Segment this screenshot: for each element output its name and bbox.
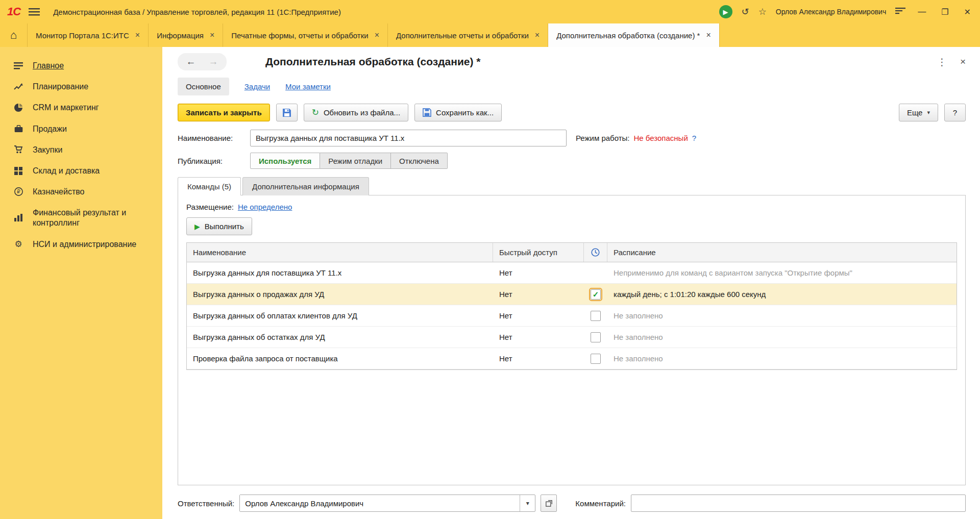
schedule-checkbox[interactable] xyxy=(591,311,601,321)
save-as-button[interactable]: Сохранить как... xyxy=(414,104,502,121)
comment-input[interactable] xyxy=(631,495,966,512)
publication-segmented-control: Используется Режим отладки Отключена xyxy=(250,153,448,169)
interface-settings-icon[interactable] xyxy=(895,8,905,16)
header-quick-access[interactable]: Быстрый доступ xyxy=(493,243,584,262)
tab-close-icon[interactable]: × xyxy=(375,31,379,40)
cell-schedule-checkbox xyxy=(584,354,607,364)
sidebar-item-sklad[interactable]: Склад и доставка xyxy=(0,160,162,181)
history-nav: ← → xyxy=(178,53,227,70)
more-button[interactable]: Еще ▾ xyxy=(899,104,938,121)
responsible-open-button[interactable] xyxy=(541,495,557,512)
publication-option-off[interactable]: Отключена xyxy=(391,153,448,169)
sidebar-item-glavnoe[interactable]: Главное xyxy=(0,55,162,76)
history-icon[interactable]: ↺ xyxy=(742,7,749,16)
help-button[interactable]: ? xyxy=(944,104,966,121)
form-footer: Ответственный: ▾ Комментарий: xyxy=(178,495,966,512)
cell-name: Выгрузка данных для поставщика УТ 11.x xyxy=(187,268,493,277)
form-close-icon[interactable]: × xyxy=(960,56,966,67)
update-from-file-label: Обновить из файла... xyxy=(324,108,400,117)
table-row[interactable]: Проверка файла запроса от поставщика Нет… xyxy=(187,348,957,369)
tab-zadachi[interactable]: Задачи xyxy=(244,82,270,91)
commands-table: Наименование Быстрый доступ Расписание В… xyxy=(186,242,957,370)
tab-dop-obrabotka-active[interactable]: Дополнительная обработка (создание) * × xyxy=(548,23,720,47)
main-list-icon xyxy=(12,62,24,69)
sidebar-item-nsi[interactable]: ⚙ НСИ и администрирование xyxy=(0,233,162,255)
mode-label: Режим работы: xyxy=(576,134,630,142)
header-schedule-toggle[interactable] xyxy=(584,243,607,262)
tab-close-icon[interactable]: × xyxy=(535,31,540,40)
header-schedule[interactable]: Расписание xyxy=(607,243,957,262)
back-button[interactable]: ← xyxy=(181,55,201,69)
main-menu-button[interactable] xyxy=(29,8,40,16)
run-button[interactable]: ▶ Выполнить xyxy=(186,217,252,235)
cell-quick-access: Нет xyxy=(493,290,584,299)
sidebar-item-label: CRM и маркетинг xyxy=(33,103,99,112)
home-tab[interactable]: ⌂ xyxy=(0,23,28,47)
sidebar-item-label: Закупки xyxy=(33,145,62,155)
publication-option-used[interactable]: Используется xyxy=(250,153,320,169)
schedule-checkbox[interactable] xyxy=(591,354,601,364)
comment-label: Комментарий: xyxy=(575,499,626,508)
table-row[interactable]: Выгрузка данных об оплатах клиентов для … xyxy=(187,305,957,327)
publication-option-debug[interactable]: Режим отладки xyxy=(320,153,391,169)
tab-close-icon[interactable]: × xyxy=(706,31,710,40)
sidebar-item-prodazhi[interactable]: Продажи xyxy=(0,118,162,139)
save-button[interactable] xyxy=(276,104,298,121)
favorites-star-icon[interactable]: ☆ xyxy=(758,7,767,16)
window-titlebar: 1С Демонстрационная база / Управление то… xyxy=(0,0,980,23)
cell-schedule-checkbox xyxy=(584,332,607,342)
sidebar-item-kaznachejstvo[interactable]: ₽ Казначейство xyxy=(0,181,162,202)
tab-moi-zametki[interactable]: Мои заметки xyxy=(285,82,331,91)
table-row-selected[interactable]: Выгрузка данных о продажах для УД Нет ✓ … xyxy=(187,284,957,305)
floppy-icon xyxy=(282,108,291,117)
tab-close-icon[interactable]: × xyxy=(135,31,140,40)
header-name[interactable]: Наименование xyxy=(187,243,493,262)
tab-monitor-portala[interactable]: Монитор Портала 1С:ИТС × xyxy=(28,23,149,47)
sidebar-item-crm[interactable]: CRM и маркетинг xyxy=(0,97,162,118)
tab-komandy[interactable]: Команды (5) xyxy=(178,177,241,195)
publication-label: Публикация: xyxy=(178,157,250,165)
current-user: Орлов Александр Владимирович xyxy=(776,8,886,16)
play-icon: ▶ xyxy=(194,223,200,231)
maximize-button[interactable]: ❐ xyxy=(938,7,951,17)
placement-link[interactable]: Не определено xyxy=(238,203,292,211)
sidebar-item-label: НСИ и администрирование xyxy=(33,239,136,249)
table-row[interactable]: Выгрузка данных об остатках для УД Нет Н… xyxy=(187,327,957,348)
mode-value: Не безопасный xyxy=(634,134,688,142)
tab-pechatnye-formy[interactable]: Печатные формы, отчеты и обработки × xyxy=(223,23,388,47)
name-label: Наименование: xyxy=(178,134,250,142)
tab-label: Информация xyxy=(157,31,204,40)
close-window-button[interactable]: ✕ xyxy=(961,7,974,17)
cell-quick-access: Нет xyxy=(493,354,584,363)
tab-dop-informacija[interactable]: Дополнительная информация xyxy=(242,177,369,195)
responsible-input[interactable] xyxy=(240,495,520,511)
responsible-dropdown-icon[interactable]: ▾ xyxy=(520,495,535,511)
page-title: Дополнительная обработка (создание) * xyxy=(265,56,480,68)
tab-dop-otchety[interactable]: Дополнительные отчеты и обработки × xyxy=(388,23,548,47)
sidebar-item-planirovanie[interactable]: Планирование xyxy=(0,76,162,97)
tab-osnovnoe[interactable]: Основное xyxy=(178,78,229,95)
cell-schedule-checkbox xyxy=(584,311,607,321)
mode-help-link[interactable]: ? xyxy=(692,134,696,142)
commands-panel: Размещение: Не определено ▶ Выполнить На… xyxy=(178,195,966,485)
form-more-icon[interactable]: ⋮ xyxy=(937,56,947,68)
forward-button[interactable]: → xyxy=(203,55,224,69)
minimize-button[interactable]: — xyxy=(915,7,929,16)
tab-label: Монитор Портала 1С:ИТС xyxy=(36,31,129,40)
tab-informacija[interactable]: Информация × xyxy=(149,23,223,47)
sidebar-item-zakupki[interactable]: Закупки xyxy=(0,139,162,160)
schedule-checkbox[interactable] xyxy=(591,332,601,342)
schedule-checkbox-checked[interactable]: ✓ xyxy=(591,289,601,300)
update-from-file-button[interactable]: ↻ Обновить из файла... xyxy=(304,104,408,121)
chevron-down-icon: ▾ xyxy=(927,109,930,116)
save-and-close-button[interactable]: Записать и закрыть xyxy=(178,104,270,121)
form-area: ← → Дополнительная обработка (создание) … xyxy=(162,47,980,519)
sidebar-item-finrezultat[interactable]: Финансовый результат и контроллинг xyxy=(0,202,162,233)
tab-label: Дополнительные отчеты и обработки xyxy=(396,31,529,40)
discussions-button[interactable]: ▶ xyxy=(719,5,732,18)
name-input[interactable] xyxy=(250,130,567,146)
cell-name: Проверка файла запроса от поставщика xyxy=(187,354,493,363)
tab-close-icon[interactable]: × xyxy=(210,31,214,40)
open-windows-tabbar: ⌂ Монитор Портала 1С:ИТС × Информация × … xyxy=(0,23,980,47)
table-row[interactable]: Выгрузка данных для поставщика УТ 11.x Н… xyxy=(187,262,957,284)
